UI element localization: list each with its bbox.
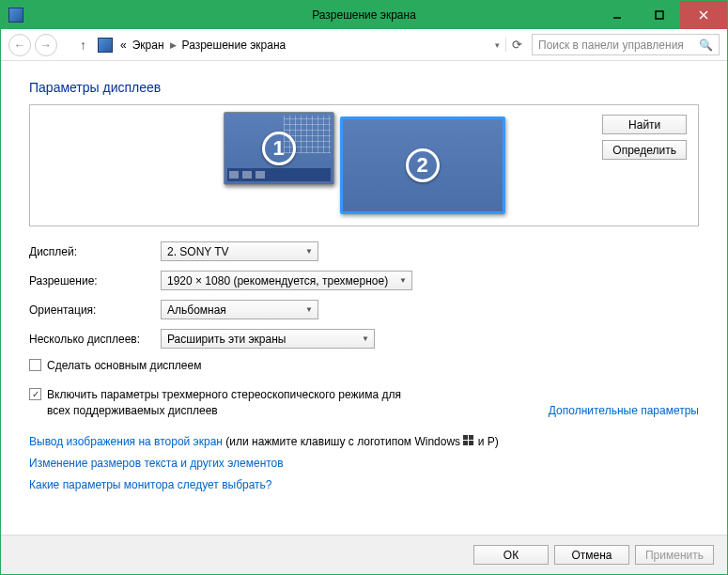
up-button[interactable]: ↑: [76, 38, 90, 53]
refresh-button[interactable]: ⟳: [505, 38, 528, 52]
monitor-2[interactable]: 2: [340, 117, 505, 214]
search-icon[interactable]: 🔍: [699, 39, 713, 52]
windows-logo-icon: [463, 435, 474, 446]
make-primary-checkbox[interactable]: [29, 359, 41, 371]
text-size-link[interactable]: Изменение размеров текста и других элеме…: [29, 457, 284, 470]
minimize-button[interactable]: [596, 1, 638, 29]
svg-rect-5: [469, 435, 473, 440]
breadcrumb-item[interactable]: Экран: [131, 37, 166, 54]
chevron-down-icon: ▼: [305, 247, 313, 256]
identify-button[interactable]: Определить: [602, 140, 687, 160]
make-primary-label: Сделать основным дисплеем: [47, 358, 699, 374]
detect-button[interactable]: Найти: [602, 115, 687, 134]
app-icon: [8, 8, 23, 23]
resolution-label: Разрешение:: [29, 274, 161, 288]
breadcrumb[interactable]: « Экран ▶ Разрешение экрана ▾: [94, 37, 502, 54]
monitor-number: 2: [406, 148, 440, 182]
apply-button[interactable]: Применить: [635, 545, 714, 565]
close-button[interactable]: [680, 1, 727, 29]
multiple-displays-select[interactable]: Расширить эти экраны▼: [161, 329, 375, 349]
dialog-footer: ОК Отмена Применить: [1, 535, 727, 574]
svg-rect-6: [463, 441, 468, 445]
project-hint: (или нажмите клавишу с логотипом Windows: [223, 435, 463, 448]
page-heading: Параметры дисплеев: [29, 80, 699, 95]
monitor-1[interactable]: 1: [224, 112, 334, 185]
display-label: Дисплей:: [29, 245, 161, 258]
back-button[interactable]: ←: [8, 34, 31, 56]
svg-rect-4: [463, 435, 468, 440]
search-placeholder: Поиск в панели управления: [538, 39, 684, 52]
project-hint-2: и P): [474, 435, 498, 448]
resolution-select[interactable]: 1920 × 1080 (рекомендуется, трехмерное)▼: [161, 271, 412, 290]
which-settings-link[interactable]: Какие параметры монитора следует выбрать…: [29, 478, 272, 491]
multiple-displays-label: Несколько дисплеев:: [29, 333, 161, 346]
ok-button[interactable]: ОК: [473, 545, 549, 565]
toolbar: ← → ↑ « Экран ▶ Разрешение экрана ▾ ⟳ По…: [1, 29, 727, 61]
display-select[interactable]: 2. SONY TV▼: [161, 241, 318, 261]
stereo-checkbox[interactable]: ✓: [29, 388, 41, 400]
breadcrumb-item[interactable]: Разрешение экрана: [180, 37, 288, 54]
titlebar: Разрешение экрана: [1, 1, 727, 29]
search-input[interactable]: Поиск в панели управления 🔍: [532, 34, 720, 55]
chevron-down-icon: ▼: [362, 334, 369, 343]
maximize-button[interactable]: [638, 1, 680, 29]
cancel-button[interactable]: Отмена: [554, 545, 629, 565]
orientation-label: Ориентация:: [29, 303, 161, 317]
display-arrangement[interactable]: 1 2 Найти Определить: [29, 104, 699, 226]
location-icon: [98, 38, 113, 53]
chevron-right-icon: ▶: [168, 39, 178, 52]
advanced-settings-link[interactable]: Дополнительные параметры: [549, 404, 699, 418]
chevron-down-icon: ▼: [305, 305, 313, 314]
breadcrumb-prefix: «: [118, 37, 129, 54]
stereo-label: Включить параметры трехмерного стереоско…: [47, 387, 423, 419]
chevron-down-icon: ▼: [399, 276, 407, 285]
orientation-select[interactable]: Альбомная▼: [161, 300, 318, 319]
chevron-down-icon[interactable]: ▾: [493, 39, 502, 52]
project-link[interactable]: Вывод изображения на второй экран: [29, 435, 223, 448]
svg-rect-7: [469, 441, 473, 445]
forward-button[interactable]: →: [35, 34, 57, 56]
svg-rect-1: [656, 11, 663, 19]
